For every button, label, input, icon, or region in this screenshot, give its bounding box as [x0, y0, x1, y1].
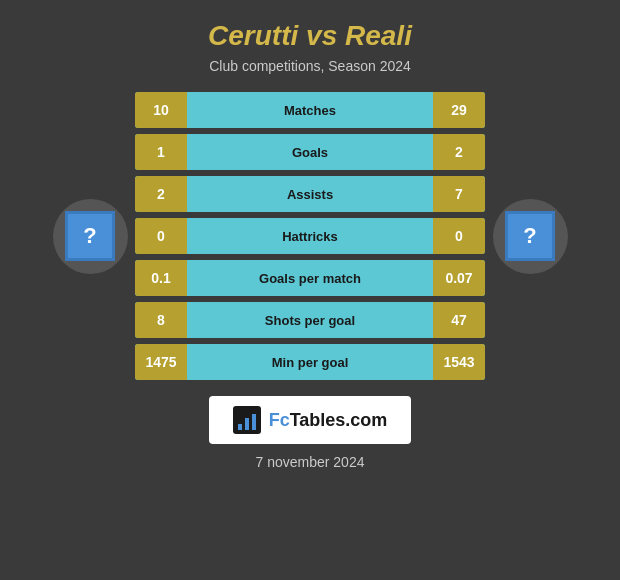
svg-rect-1 — [238, 424, 242, 430]
stat-label: Shots per goal — [187, 313, 433, 328]
logo-icon — [233, 406, 261, 434]
stats-section: ? 10Matches291Goals22Assists70Hattricks0… — [10, 92, 610, 380]
bars-container: 10Matches291Goals22Assists70Hattricks00.… — [135, 92, 485, 380]
logo-box: FcTables.com — [209, 396, 412, 444]
stat-row: 0Hattricks0 — [135, 218, 485, 254]
page-container: Cerutti vs Reali Club competitions, Seas… — [0, 0, 620, 580]
stat-left-value: 10 — [135, 92, 187, 128]
stat-right-value: 1543 — [433, 344, 485, 380]
stat-right-value: 29 — [433, 92, 485, 128]
stat-left-value: 0.1 — [135, 260, 187, 296]
right-avatar-question: ? — [505, 211, 555, 261]
stat-row: 2Assists7 — [135, 176, 485, 212]
stat-label: Hattricks — [187, 229, 433, 244]
right-avatar: ? — [485, 121, 575, 351]
stat-left-value: 1 — [135, 134, 187, 170]
page-subtitle: Club competitions, Season 2024 — [209, 58, 411, 74]
svg-rect-2 — [245, 418, 249, 430]
stat-right-value: 47 — [433, 302, 485, 338]
stat-label: Matches — [187, 103, 433, 118]
logo-text: FcTables.com — [269, 410, 388, 431]
stat-row: 8Shots per goal47 — [135, 302, 485, 338]
stat-label: Goals per match — [187, 271, 433, 286]
left-avatar-question: ? — [65, 211, 115, 261]
stat-right-value: 7 — [433, 176, 485, 212]
right-avatar-circle: ? — [493, 199, 568, 274]
stat-row: 1475Min per goal1543 — [135, 344, 485, 380]
stat-right-value: 2 — [433, 134, 485, 170]
left-avatar-circle: ? — [53, 199, 128, 274]
stat-right-value: 0.07 — [433, 260, 485, 296]
stat-label: Goals — [187, 145, 433, 160]
stat-row: 1Goals2 — [135, 134, 485, 170]
stat-row: 0.1Goals per match0.07 — [135, 260, 485, 296]
stat-label: Min per goal — [187, 355, 433, 370]
page-title: Cerutti vs Reali — [208, 20, 412, 52]
stat-left-value: 1475 — [135, 344, 187, 380]
footer-date: 7 november 2024 — [256, 454, 365, 470]
svg-rect-3 — [252, 414, 256, 430]
stat-label: Assists — [187, 187, 433, 202]
left-avatar: ? — [45, 121, 135, 351]
stat-right-value: 0 — [433, 218, 485, 254]
stat-left-value: 8 — [135, 302, 187, 338]
stat-left-value: 0 — [135, 218, 187, 254]
stat-row: 10Matches29 — [135, 92, 485, 128]
stat-left-value: 2 — [135, 176, 187, 212]
